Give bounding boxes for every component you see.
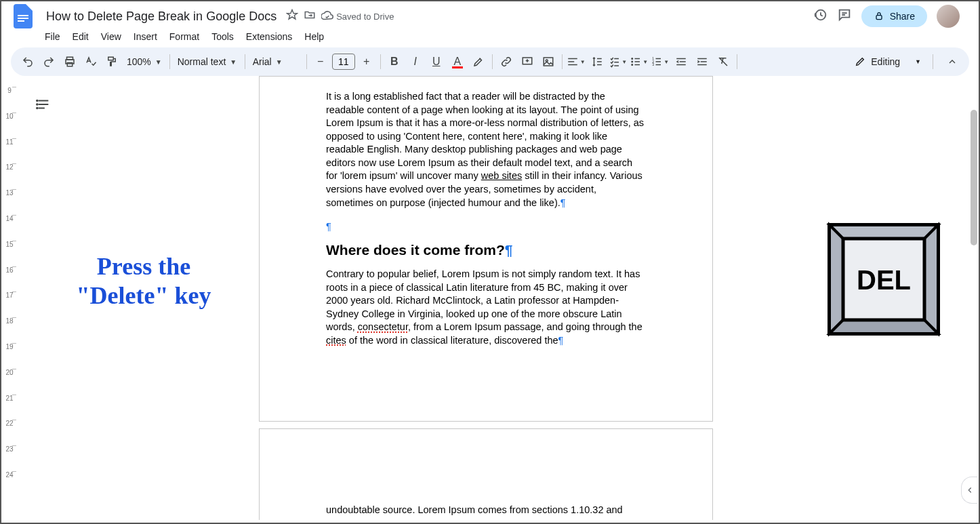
move-icon[interactable] <box>304 9 316 24</box>
spellcheck-icon[interactable] <box>81 52 101 72</box>
menu-file[interactable]: File <box>39 28 66 45</box>
styles-select[interactable]: Normal text▼ <box>173 56 241 67</box>
redo-icon[interactable] <box>39 52 59 72</box>
pilcrow-icon: ¶ <box>326 221 331 232</box>
svg-rect-8 <box>108 57 114 60</box>
svg-rect-4 <box>876 16 882 20</box>
text-color-icon[interactable]: A <box>447 52 468 72</box>
paint-format-icon[interactable] <box>102 52 122 72</box>
menubar: File Edit View Insert Format Tools Exten… <box>1 28 979 47</box>
saved-status: Saved to Drive <box>321 10 394 22</box>
checklist-icon[interactable]: ▼ <box>608 52 628 72</box>
star-icon[interactable] <box>286 9 298 24</box>
svg-marker-25 <box>830 320 938 334</box>
svg-point-12 <box>632 58 633 60</box>
svg-marker-24 <box>924 225 938 334</box>
collapse-toolbar-icon[interactable] <box>942 52 962 72</box>
page-2[interactable]: undoubtable source. Lorem Ipsum comes fr… <box>259 428 713 520</box>
menu-tools[interactable]: Tools <box>206 28 239 45</box>
italic-icon[interactable]: I <box>405 52 426 72</box>
font-select[interactable]: Arial▼ <box>249 56 303 67</box>
pilcrow-icon: ¶ <box>505 242 513 258</box>
delete-key-illustration: DEL <box>823 218 945 340</box>
numbered-list-icon[interactable]: 123▼ <box>650 52 670 72</box>
svg-marker-23 <box>830 225 843 334</box>
svg-point-18 <box>37 100 38 102</box>
pilcrow-icon: ¶ <box>558 335 564 346</box>
heading[interactable]: Where does it come from?¶ <box>326 241 646 260</box>
toolbar: 100%▼ Normal text▼ Arial▼ − 11 + B I U A… <box>11 47 969 76</box>
line-spacing-icon[interactable] <box>587 52 607 72</box>
paragraph[interactable]: Contrary to popular belief, Lorem Ipsum … <box>326 268 646 347</box>
mode-select[interactable]: Editing ▼ <box>846 52 929 71</box>
svg-text:DEL: DEL <box>857 265 911 295</box>
show-sidepanel-icon[interactable] <box>961 477 977 504</box>
svg-rect-10 <box>544 58 553 66</box>
menu-edit[interactable]: Edit <box>67 28 94 45</box>
svg-point-20 <box>37 108 38 109</box>
undo-icon[interactable] <box>18 52 38 72</box>
font-size-decrease[interactable]: − <box>310 52 331 72</box>
bulleted-list-icon[interactable]: ▼ <box>629 52 649 72</box>
menu-format[interactable]: Format <box>164 28 205 45</box>
outline-toggle-icon[interactable] <box>31 92 56 117</box>
doc-title[interactable]: How to Delete Page Break in Google Docs <box>42 8 281 25</box>
history-icon[interactable] <box>813 7 828 25</box>
paragraph[interactable]: undoubtable source. Lorem Ipsum comes fr… <box>326 504 646 517</box>
vertical-scrollbar[interactable] <box>969 76 977 520</box>
svg-point-19 <box>37 104 38 105</box>
clear-format-icon[interactable] <box>713 52 733 72</box>
underline-icon[interactable]: U <box>426 52 447 72</box>
align-icon[interactable]: ▼ <box>566 52 586 72</box>
indent-increase-icon[interactable] <box>692 52 712 72</box>
zoom-select[interactable]: 100%▼ <box>123 56 166 67</box>
insert-link-icon[interactable] <box>496 52 516 72</box>
svg-rect-0 <box>18 15 28 16</box>
annotation-text: Press the "Delete" key <box>56 252 232 310</box>
paragraph[interactable]: It is a long established fact that a rea… <box>326 90 646 209</box>
menu-view[interactable]: View <box>96 28 127 45</box>
font-size-input[interactable]: 11 <box>332 54 355 70</box>
highlight-icon[interactable] <box>468 52 489 72</box>
svg-point-13 <box>632 61 633 62</box>
empty-paragraph[interactable]: ¶ <box>326 220 646 234</box>
print-icon[interactable] <box>60 52 80 72</box>
page-1[interactable]: It is a long established fact that a rea… <box>259 76 713 422</box>
svg-text:3: 3 <box>653 62 655 66</box>
docs-logo[interactable] <box>9 3 37 30</box>
avatar[interactable] <box>937 5 960 28</box>
pilcrow-icon: ¶ <box>560 197 566 208</box>
svg-rect-2 <box>18 20 24 22</box>
comments-icon[interactable] <box>837 7 852 25</box>
insert-image-icon[interactable] <box>538 52 558 72</box>
ruler-vertical[interactable]: 9101112131415161718192021222324 <box>1 87 18 520</box>
add-comment-icon[interactable] <box>517 52 537 72</box>
svg-marker-22 <box>830 225 938 239</box>
document-canvas[interactable]: It is a long established fact that a rea… <box>259 76 713 520</box>
menu-extensions[interactable]: Extensions <box>241 28 298 45</box>
menu-help[interactable]: Help <box>299 28 329 45</box>
font-size-increase[interactable]: + <box>356 52 377 72</box>
bold-icon[interactable]: B <box>384 52 405 72</box>
svg-point-14 <box>632 64 633 66</box>
menu-insert[interactable]: Insert <box>128 28 163 45</box>
share-button[interactable]: Share <box>861 5 927 27</box>
indent-decrease-icon[interactable] <box>671 52 691 72</box>
svg-rect-1 <box>18 18 28 19</box>
